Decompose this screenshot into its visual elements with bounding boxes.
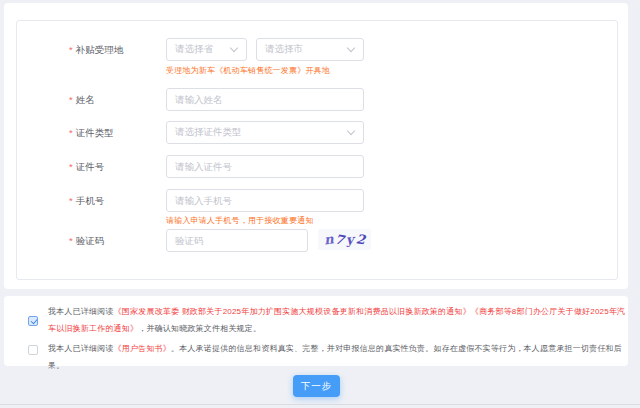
province-select[interactable]: 请选择省 bbox=[166, 38, 247, 61]
agreement-suffix: ，并确认知晓政策文件相关规定。 bbox=[138, 324, 261, 333]
required-asterisk: * bbox=[69, 127, 73, 138]
chevron-down-icon bbox=[347, 44, 355, 52]
agreement-prefix: 我本人已详细阅读 bbox=[48, 307, 114, 316]
form-panel: *补贴受理地 请选择省 请选择市 受理地为新车《机动车销售统一发票》开具地 *姓… bbox=[16, 20, 618, 280]
required-asterisk: * bbox=[69, 161, 73, 172]
captcha-char: 7 bbox=[334, 232, 345, 246]
agreements-card: 我本人已详细阅读《国家发展改革委 财政部关于2025年加力扩围实施大规模设备更新… bbox=[4, 296, 628, 366]
phone-label: *手机号 bbox=[69, 189, 104, 212]
captcha-label: *验证码 bbox=[69, 229, 104, 252]
captcha-char: 2 bbox=[355, 232, 366, 246]
policy-agreement-text: 我本人已详细阅读《国家发展改革委 财政部关于2025年加力扩围实施大规模设备更新… bbox=[48, 303, 628, 337]
chevron-down-icon bbox=[230, 44, 238, 52]
city-select-placeholder: 请选择市 bbox=[257, 43, 348, 56]
page: *补贴受理地 请选择省 请选择市 受理地为新车《机动车销售统一发票》开具地 *姓… bbox=[0, 0, 640, 408]
phone-hint: 请输入申请人手机号，用于接收重要通知 bbox=[166, 215, 314, 226]
required-asterisk: * bbox=[69, 235, 73, 246]
form-card: *补贴受理地 请选择省 请选择市 受理地为新车《机动车销售统一发票》开具地 *姓… bbox=[4, 3, 628, 289]
id-type-label: *证件类型 bbox=[69, 121, 114, 144]
user-notice-link[interactable]: 《用户告知书》 bbox=[114, 344, 171, 353]
city-select[interactable]: 请选择市 bbox=[256, 38, 364, 61]
required-asterisk: * bbox=[69, 44, 73, 55]
id-type-select-placeholder: 请选择证件类型 bbox=[167, 126, 348, 139]
policy-agreement-checkbox[interactable] bbox=[28, 316, 38, 326]
id-number-label: *证件号 bbox=[69, 155, 104, 178]
region-label: *补贴受理地 bbox=[69, 38, 123, 61]
user-notice-checkbox[interactable] bbox=[28, 345, 38, 355]
footer-divider bbox=[0, 404, 640, 405]
name-label: *姓名 bbox=[69, 88, 95, 111]
next-button[interactable]: 下一步 bbox=[293, 375, 340, 397]
user-notice-text: 我本人已详细阅读《用户告知书》。本人承诺提供的信息和资料真实、完整，并对申报信息… bbox=[48, 340, 628, 374]
province-select-placeholder: 请选择省 bbox=[167, 43, 231, 56]
chevron-down-icon bbox=[347, 127, 355, 135]
agreement-prefix: 我本人已详细阅读 bbox=[48, 344, 114, 353]
required-asterisk: * bbox=[69, 195, 73, 206]
name-input[interactable] bbox=[166, 88, 364, 111]
id-number-input[interactable] bbox=[166, 155, 364, 178]
phone-input[interactable] bbox=[166, 189, 364, 212]
required-asterisk: * bbox=[69, 94, 73, 105]
policy-link-1[interactable]: 《国家发展改革委 财政部关于2025年加力扩围实施大规模设备更新和消费品以旧换新… bbox=[114, 307, 471, 316]
captcha-char: y bbox=[346, 233, 354, 246]
region-hint: 受理地为新车《机动车销售统一发票》开具地 bbox=[166, 65, 330, 76]
id-type-select[interactable]: 请选择证件类型 bbox=[166, 121, 364, 144]
captcha-input[interactable] bbox=[166, 229, 308, 252]
captcha-image[interactable]: n 7 y 2 bbox=[318, 229, 371, 250]
captcha-char: n bbox=[323, 232, 334, 246]
